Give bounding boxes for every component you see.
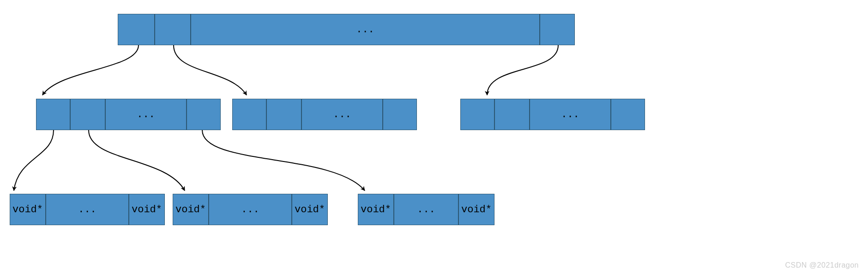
top-cell-last <box>540 14 575 45</box>
mid0-cell-1 <box>70 99 105 130</box>
leaf1-cell-last: void* <box>292 194 328 225</box>
mid1-cell-ellipsis: ... <box>301 99 383 130</box>
mid0-cell-ellipsis: ... <box>105 99 187 130</box>
arrow-mid0-to-leaf1 <box>89 130 185 191</box>
mid0-cell-last <box>187 99 221 130</box>
leaf0-cell-0: void* <box>10 194 46 225</box>
leaf0-cell-last: void* <box>129 194 165 225</box>
leaf2-cell-0: void* <box>358 194 394 225</box>
leaf2-cell-last: void* <box>458 194 494 225</box>
arrow-mid0-to-leaf2 <box>202 130 365 191</box>
arrow-top-to-mid0 <box>42 45 139 95</box>
mid-array-0: ... <box>36 99 221 130</box>
mid2-cell-1 <box>494 99 530 130</box>
mid1-cell-last <box>383 99 417 130</box>
mid1-cell-0 <box>232 99 266 130</box>
mid-array-1: ... <box>232 99 417 130</box>
top-array: ... <box>118 14 575 45</box>
mid1-cell-1 <box>266 99 301 130</box>
arrow-top-to-mid2 <box>487 45 558 95</box>
top-cell-0 <box>118 14 155 45</box>
leaf-array-1: void* ... void* <box>173 194 328 225</box>
leaf2-cell-ellipsis: ... <box>394 194 458 225</box>
leaf-array-2: void* ... void* <box>358 194 494 225</box>
mid2-cell-last <box>611 99 645 130</box>
leaf1-cell-ellipsis: ... <box>209 194 292 225</box>
mid2-cell-0 <box>460 99 494 130</box>
top-cell-ellipsis: ... <box>191 14 540 45</box>
leaf-array-0: void* ... void* <box>10 194 165 225</box>
arrow-top-to-mid1 <box>174 45 247 95</box>
watermark: CSDN @2021dragon <box>785 261 859 269</box>
leaf1-cell-0: void* <box>173 194 209 225</box>
mid2-cell-ellipsis: ... <box>530 99 611 130</box>
mid0-cell-0 <box>36 99 70 130</box>
arrow-mid0-to-leaf0 <box>14 130 54 191</box>
mid-array-2: ... <box>460 99 645 130</box>
top-cell-1 <box>155 14 191 45</box>
leaf0-cell-ellipsis: ... <box>46 194 129 225</box>
